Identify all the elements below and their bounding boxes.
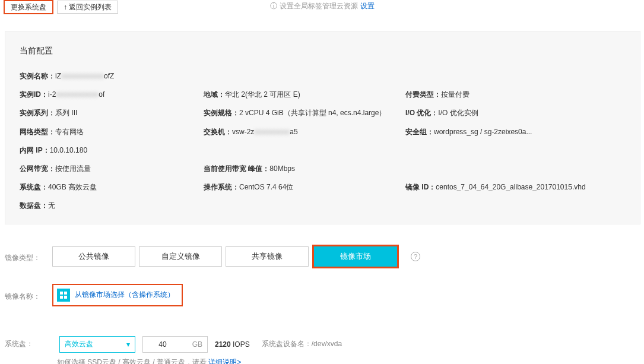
svg-rect-0 xyxy=(60,292,63,295)
image-type-market[interactable]: 镜像市场 xyxy=(312,245,399,268)
vswitch-label: 交换机： xyxy=(204,128,232,136)
network-type-label: 网络类型： xyxy=(20,128,55,136)
series-row: 实例系列：系列 III xyxy=(20,107,198,119)
replace-system-disk-button[interactable]: 更换系统盘 xyxy=(4,0,53,14)
instance-name-prefix: iZ xyxy=(55,72,61,80)
instance-id-blur: xxxxxxxxxxxx xyxy=(56,90,99,99)
spec-label: 实例规格： xyxy=(204,109,239,117)
disk-type-value: 高效云盘 xyxy=(65,339,93,349)
image-name-label: 镜像名称： xyxy=(5,288,52,302)
instance-name-suffix: ofZ xyxy=(104,72,114,80)
intranet-row: 内网 IP：10.0.10.180 xyxy=(20,145,198,156)
spec-row: 实例规格：2 vCPU 4 GiB（共享计算型 n4, ecs.n4.large… xyxy=(204,107,399,119)
network-row: 网络类型：专有网络 xyxy=(20,126,198,138)
vswitch-prefix: vsw-2z xyxy=(232,128,254,136)
current-config-panel: 当前配置 实例名称：iZxxxxxxxxxxxxofZ 实例ID：i-2xxxx… xyxy=(5,31,640,224)
disk-hint-row: 如何选择 SSD云盘 / 高效云盘 / 普通云盘，请看 详细说明> xyxy=(0,353,644,365)
disk-size-input[interactable] xyxy=(148,340,177,349)
back-to-instance-list-button[interactable]: ↑ 返回实例列表 xyxy=(57,1,118,14)
image-type-group: 公共镜像 自定义镜像 共享镜像 镜像市场 ? xyxy=(52,245,420,268)
iops-label: IOPS xyxy=(231,340,250,349)
disk-size-unit: GB xyxy=(192,340,202,349)
sysdisk-value: 40GB 高效云盘 xyxy=(48,183,97,191)
billing-label: 付费类型： xyxy=(405,90,441,99)
spec-value: 2 vCPU 4 GiB（共享计算型 n4, ecs.n4.large） xyxy=(239,109,386,117)
svg-rect-1 xyxy=(64,292,67,295)
disk-type-select[interactable]: 高效云盘 ▾ xyxy=(59,336,135,353)
image-type-custom[interactable]: 自定义镜像 xyxy=(139,246,222,267)
intranet-value: 10.0.10.180 xyxy=(50,146,87,154)
network-type-value: 专有网络 xyxy=(55,128,84,136)
image-type-label: 镜像类型： xyxy=(5,249,52,263)
select-from-market-button[interactable]: 从镜像市场选择（含操作系统） xyxy=(52,284,183,306)
device-name-label: 系统盘设备名：/dev/xvda xyxy=(262,339,342,349)
current-bw-value: 80Mbps xyxy=(269,164,295,173)
instance-name-blur: xxxxxxxxxxxx xyxy=(61,72,104,80)
region-label: 地域： xyxy=(204,90,225,99)
iops-text: 2120 IOPS xyxy=(215,340,250,349)
sysdisk-row-info: 系统盘：40GB 高效云盘 xyxy=(20,182,198,193)
vswitch-blur: xxxxxxxxxx xyxy=(254,128,290,136)
sg-value: wordpress_sg / sg-2zeixes0a... xyxy=(434,128,532,136)
instance-id-suffix: of xyxy=(99,90,104,99)
io-label: I/O 优化： xyxy=(405,109,438,117)
vswitch-suffix: a5 xyxy=(290,128,297,136)
global-tag-hint: ⓘ 设置全局标签管理云资源 设置 xyxy=(270,1,375,11)
bandwidth-label: 公网带宽： xyxy=(20,164,55,173)
help-icon[interactable]: ? xyxy=(411,252,420,261)
os-label: 操作系统： xyxy=(204,183,239,191)
os-row: 操作系统：CentOS 7.4 64位 xyxy=(204,182,399,193)
disk-hint-text: 如何选择 SSD云盘 / 高效云盘 / 普通云盘，请看 xyxy=(57,358,208,365)
datadisk-row: 数据盘：无 xyxy=(20,200,198,211)
datadisk-label: 数据盘： xyxy=(20,201,48,210)
intranet-label: 内网 IP： xyxy=(20,146,50,154)
device-label-text: 系统盘设备名： xyxy=(262,340,312,348)
chevron-down-icon: ▾ xyxy=(126,340,130,349)
sysdisk-section-label: 系统盘： xyxy=(5,339,52,349)
vswitch-row: 交换机：vsw-2zxxxxxxxxxxa5 xyxy=(204,126,399,138)
image-id-label: 镜像 ID： xyxy=(405,183,436,191)
datadisk-value: 无 xyxy=(48,201,55,210)
bandwidth-row: 公网带宽：按使用流量 xyxy=(20,163,198,175)
sysdisk-label: 系统盘： xyxy=(20,183,48,191)
region-row: 地域：华北 2(华北 2 可用区 E) xyxy=(204,89,399,100)
instance-name-label: 实例名称： xyxy=(20,72,55,80)
tag-settings-link[interactable]: 设置 xyxy=(360,1,375,11)
region-value: 华北 2(华北 2 可用区 E) xyxy=(225,90,300,99)
os-value: CentOS 7.4 64位 xyxy=(239,183,293,191)
billing-value: 按量付费 xyxy=(441,90,469,99)
instance-id-prefix: i-2 xyxy=(48,90,56,99)
device-value: /dev/xvda xyxy=(312,340,342,348)
sg-row: 安全组：wordpress_sg / sg-2zeixes0a... xyxy=(405,126,626,138)
info-icon: ⓘ xyxy=(270,1,277,11)
bandwidth-value: 按使用流量 xyxy=(55,164,91,173)
series-label: 实例系列： xyxy=(20,109,55,117)
current-bw-row: 当前使用带宽 峰值：80Mbps xyxy=(204,163,399,175)
current-bw-label: 当前使用带宽 峰值： xyxy=(204,164,269,173)
image-id-row: 镜像 ID：centos_7_04_64_20G_alibase_2017010… xyxy=(405,182,626,193)
billing-row: 付费类型：按量付费 xyxy=(405,89,626,100)
svg-rect-3 xyxy=(64,296,67,299)
instance-name-row: 实例名称：iZxxxxxxxxxxxxofZ xyxy=(20,71,198,82)
series-value: 系列 III xyxy=(55,109,77,117)
disk-detail-link[interactable]: 详细说明> xyxy=(208,358,241,365)
io-row: I/O 优化：I/O 优化实例 xyxy=(405,107,626,119)
grid-icon xyxy=(57,289,70,302)
image-id-value: centos_7_04_64_20G_alibase_201701015.vhd xyxy=(436,183,585,191)
image-type-public[interactable]: 公共镜像 xyxy=(52,246,135,267)
io-value: I/O 优化实例 xyxy=(438,109,478,117)
panel-title: 当前配置 xyxy=(20,46,626,56)
instance-id-label: 实例ID： xyxy=(20,90,48,99)
tag-hint-text: 设置全局标签管理云资源 xyxy=(280,1,358,11)
sg-label: 安全组： xyxy=(405,128,434,136)
instance-id-row: 实例ID：i-2xxxxxxxxxxxxof xyxy=(20,89,198,100)
iops-value: 2120 xyxy=(215,340,231,349)
disk-size-input-wrap[interactable]: GB xyxy=(142,336,208,353)
select-from-market-text: 从镜像市场选择（含操作系统） xyxy=(75,290,175,300)
svg-rect-2 xyxy=(60,296,63,299)
image-type-shared[interactable]: 共享镜像 xyxy=(226,246,309,267)
